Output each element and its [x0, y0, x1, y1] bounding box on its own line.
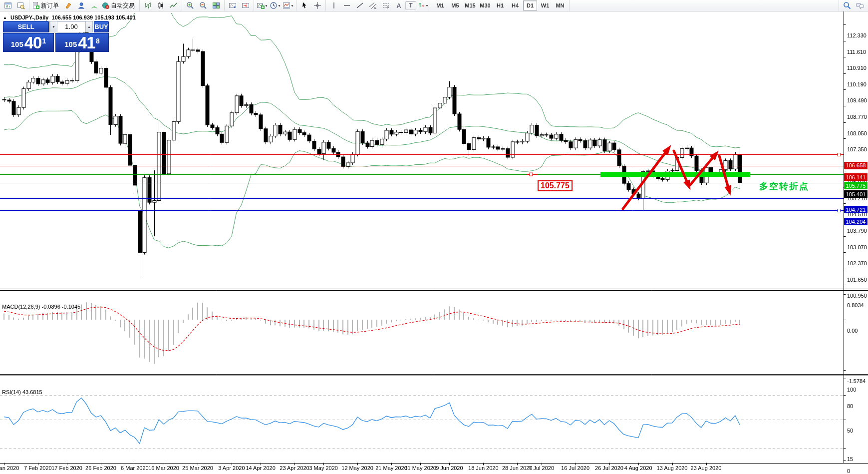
community-icon[interactable]: [75, 0, 88, 10]
horizontal-line-icon[interactable]: [340, 0, 353, 10]
toolbar-group-insert: ▾ ▾ ▾: [254, 0, 296, 11]
date-label: 23 Apr 2020: [280, 465, 309, 471]
chart-canvas[interactable]: [0, 11, 868, 474]
periods-clock-icon[interactable]: ▾: [269, 0, 282, 10]
new-order-button[interactable]: 新订单: [31, 0, 62, 10]
mt4-window: 新订单 自动交易: [0, 0, 868, 474]
timeframe-mn[interactable]: MN: [553, 0, 567, 10]
price-badge-105-775: 105.775: [844, 182, 868, 189]
date-label: 14 Apr 2020: [246, 465, 275, 471]
price-tick-label: 103.790: [847, 228, 867, 234]
text-label-icon[interactable]: T: [405, 1, 416, 10]
arrows-dropdown-caret[interactable]: ▾: [426, 3, 428, 8]
timeframe-h1[interactable]: H1: [493, 0, 507, 10]
turning-point-annotation[interactable]: 多空转折点: [759, 180, 809, 192]
one-click-trading-panel: SELL ▼ 1.00 ▲ BUY 105 40 1 105 41 8: [3, 21, 109, 52]
buy-price-display[interactable]: 105 41 8: [55, 33, 109, 52]
date-label: 26 Jul 2020: [595, 465, 623, 471]
volume-value[interactable]: 1.00: [57, 23, 85, 30]
svg-text:E: E: [374, 6, 376, 9]
price-tick-label: 100.950: [847, 293, 867, 299]
macd-scale-label: 0.8034: [847, 302, 864, 308]
timeframe-h4[interactable]: H4: [508, 0, 522, 10]
timeframe-d1[interactable]: D1: [523, 0, 537, 10]
timeframe-m15[interactable]: M15: [463, 0, 477, 10]
macd-label: MACD(12,26,9) -0.0896 -0.1045: [2, 304, 80, 310]
chart-shift-icon[interactable]: [239, 0, 252, 10]
svg-text:F: F: [387, 6, 389, 9]
toolbar-group-zoom: [182, 0, 225, 11]
price-tick-label: 101.650: [847, 277, 867, 283]
date-label: 28 Jun 2020: [502, 465, 533, 471]
date-label: 12 May 2020: [341, 465, 373, 471]
chart-symbol: USDJPY-,Daily: [10, 14, 48, 20]
periods-dropdown-caret[interactable]: ▾: [278, 3, 280, 8]
rsi-label: RSI(14) 43.6815: [2, 389, 42, 395]
arrows-tool-icon[interactable]: ▾: [416, 0, 429, 10]
date-label: 3 Apr 2020: [218, 465, 245, 471]
timeframe-m1[interactable]: M1: [433, 0, 447, 10]
chart-ohlc-values: 106.655 106.939 105.193 105.401: [52, 14, 136, 20]
market-watch-icon[interactable]: [1, 0, 14, 10]
collapse-triangle-icon[interactable]: ▲: [3, 15, 7, 20]
auto-scroll-icon[interactable]: [226, 0, 239, 10]
sell-price-big: 40: [24, 34, 42, 51]
autotrading-button[interactable]: 自动交易: [101, 0, 138, 10]
profiles-icon[interactable]: [14, 0, 27, 10]
date-label: 7 Feb 2020: [24, 465, 52, 471]
new-order-label: 新订单: [41, 1, 59, 10]
price-tick-label: 110.910: [847, 65, 867, 71]
chat-icon[interactable]: [854, 0, 867, 10]
date-label: 6 Mar 2020: [121, 465, 149, 471]
main-toolbar: 新订单 自动交易: [0, 0, 868, 11]
date-label: 3 May 2020: [309, 465, 337, 471]
timeframe-w1[interactable]: W1: [538, 0, 552, 10]
date-label: 7 Jul 2020: [529, 465, 554, 471]
bar-chart-icon[interactable]: [141, 0, 154, 10]
text-icon[interactable]: A: [392, 0, 405, 10]
price-tick-label: 108.050: [847, 130, 867, 136]
date-label: 13 Aug 2020: [657, 465, 688, 471]
trendline-icon[interactable]: [353, 0, 366, 10]
price-badge-106-141: 106.141: [844, 173, 868, 181]
candlestick-icon[interactable]: [154, 0, 167, 10]
cursor-icon[interactable]: [298, 0, 311, 10]
volume-down-icon[interactable]: ▼: [50, 21, 57, 32]
date-label: 25 Mar 2020: [182, 465, 213, 471]
marker-icon[interactable]: [62, 0, 75, 10]
sell-price-small: 105: [11, 38, 23, 51]
date-label: 18 Jun 2020: [468, 465, 499, 471]
vertical-line-icon[interactable]: [327, 0, 340, 10]
templates-icon[interactable]: ▾: [282, 0, 294, 10]
sell-price-sup: 1: [42, 31, 46, 51]
new-order-icon: [32, 1, 40, 9]
rsi-scale-label: 100: [847, 387, 856, 393]
price-tick-label: 110.190: [847, 81, 867, 87]
indicators-dropdown-caret[interactable]: ▾: [265, 3, 267, 8]
price-annotation-label[interactable]: 105.775: [538, 180, 573, 191]
signals-icon[interactable]: [88, 0, 101, 10]
tile-windows-icon[interactable]: [210, 0, 223, 10]
price-tick-label: 107.350: [847, 146, 867, 152]
price-tick-label: 108.770: [847, 114, 867, 120]
chart-window: ▲ USDJPY-,Daily 106.655 106.939 105.193 …: [0, 11, 868, 474]
price-badge-106-658: 106.658: [844, 162, 868, 169]
timeframe-toolbar: M1M5M15M30H1H4D1W1MN: [431, 0, 570, 11]
fibonacci-icon[interactable]: F: [379, 0, 392, 10]
macd-scale-label: -1.5784: [847, 378, 866, 384]
volume-spinner[interactable]: ▼ 1.00 ▲: [49, 21, 93, 32]
zoom-in-icon[interactable]: [184, 0, 197, 10]
date-label: 21 May 2020: [375, 465, 407, 471]
volume-up-icon[interactable]: ▲: [85, 21, 93, 32]
search-icon[interactable]: [841, 0, 854, 10]
sell-price-display[interactable]: 105 40 1: [3, 33, 54, 52]
line-chart-icon[interactable]: [167, 0, 180, 10]
templates-dropdown-caret[interactable]: ▾: [291, 3, 293, 8]
crosshair-icon[interactable]: [311, 0, 324, 10]
timeframe-m5[interactable]: M5: [448, 0, 462, 10]
autotrading-icon: [102, 1, 110, 9]
zoom-out-icon[interactable]: [197, 0, 210, 10]
timeframe-m30[interactable]: M30: [478, 0, 492, 10]
indicators-icon[interactable]: ▾: [256, 0, 269, 10]
equidistant-channel-icon[interactable]: E: [366, 0, 379, 10]
